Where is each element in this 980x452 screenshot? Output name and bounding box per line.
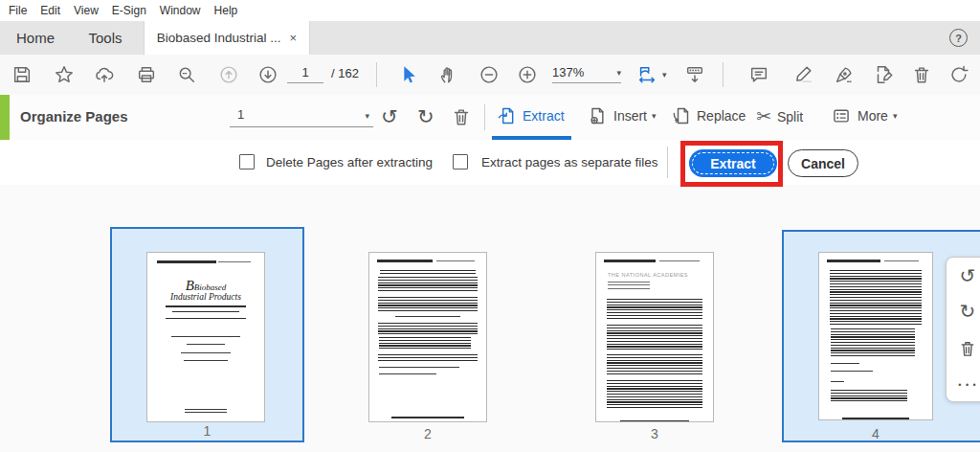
- save-icon[interactable]: [11, 63, 33, 86]
- page-controls-dock-icon[interactable]: [683, 63, 706, 86]
- rotate-left-icon[interactable]: ↺: [381, 106, 398, 126]
- extract-confirm-button[interactable]: Extract: [689, 149, 777, 177]
- replace-page-icon: [670, 105, 691, 126]
- page-thumbnail-4[interactable]: [818, 252, 933, 420]
- menu-file[interactable]: File: [9, 4, 27, 17]
- page-range-select[interactable]: 1 ▾: [230, 103, 373, 127]
- toolbar-separator: [723, 62, 724, 87]
- help-icon[interactable]: ?: [949, 29, 968, 47]
- separate-files-checkbox[interactable]: [453, 154, 468, 170]
- cancel-button[interactable]: Cancel: [788, 149, 858, 177]
- split-tool-button[interactable]: ✂ Split: [756, 105, 803, 127]
- delete-pages-icon[interactable]: [450, 105, 473, 128]
- chevron-down-icon[interactable]: ▾: [662, 70, 667, 79]
- menu-bar: File Edit View E-Sign Window Help: [0, 0, 980, 22]
- page-total-label: / 162: [331, 66, 359, 80]
- select-tool-icon[interactable]: [396, 63, 419, 86]
- organize-pages-toolbar: Organize Pages 1 ▾ ↺ ↻ Extract Insert ▾: [0, 95, 980, 141]
- comment-icon[interactable]: [747, 63, 770, 86]
- chevron-down-icon: ▾: [652, 111, 657, 121]
- page-number-label-1: 1: [110, 423, 304, 439]
- more-tool-label: More: [858, 108, 888, 124]
- zoom-level-select[interactable]: 137% ▾: [552, 65, 621, 83]
- zoom-out-icon[interactable]: [478, 63, 501, 86]
- organize-accent-bar: [0, 95, 10, 140]
- page-thumbnail-1[interactable]: BBiobased Industrial Products: [146, 252, 265, 422]
- search-icon[interactable]: [175, 63, 198, 86]
- insert-tool-button[interactable]: Insert ▾: [587, 105, 657, 126]
- insert-page-icon: [587, 105, 608, 126]
- menu-edit[interactable]: Edit: [40, 4, 60, 17]
- toolbar-separator: [484, 104, 485, 130]
- chevron-down-icon: ▾: [365, 111, 369, 121]
- extract-options-bar: Delete Pages after extracting Extract pa…: [0, 140, 980, 186]
- separate-files-checkbox-label: Extract pages as separate files: [481, 155, 658, 170]
- delete-pages-checkbox[interactable]: [239, 154, 255, 170]
- delete-icon[interactable]: [910, 63, 933, 86]
- more-options-icon[interactable]: • • •: [955, 373, 980, 397]
- print-icon[interactable]: [135, 63, 158, 86]
- page-thumbnail-2[interactable]: [368, 252, 487, 422]
- cloud-upload-icon[interactable]: [93, 63, 116, 86]
- more-list-icon: [831, 105, 852, 126]
- tab-bar: Home Tools Biobased Industrial ... × ?: [0, 21, 980, 55]
- extract-tool-button[interactable]: Extract: [496, 105, 565, 126]
- close-tab-icon[interactable]: ×: [290, 31, 298, 45]
- extract-tool-label: Extract: [523, 108, 565, 124]
- main-toolbar: 1 / 162 137% ▾ ▾: [0, 55, 980, 96]
- split-tool-label: Split: [777, 109, 803, 124]
- options-separator: [667, 147, 668, 178]
- tab-document-label: Biobased Industrial ...: [157, 31, 281, 45]
- page-number-label-3: 3: [595, 426, 714, 441]
- fill-sign-icon[interactable]: [833, 63, 856, 86]
- thumb1-title-initial: B: [186, 278, 194, 293]
- rotate-right-icon[interactable]: ↻: [955, 299, 980, 324]
- zoom-level-value: 137%: [552, 65, 584, 79]
- star-favorite-icon[interactable]: [53, 63, 76, 86]
- previous-page-icon[interactable]: [217, 63, 240, 86]
- toolbar-separator: [376, 62, 377, 87]
- tab-tools[interactable]: Tools: [71, 21, 140, 55]
- more-tool-button[interactable]: More ▾: [831, 105, 897, 126]
- page-thumbnail-3[interactable]: THE NATIONAL ACADEMIES: [595, 252, 714, 422]
- thumbnail-hover-toolbar: ↺ ↻ • • •: [946, 257, 980, 402]
- menu-window[interactable]: Window: [160, 4, 201, 17]
- page-number-label-4: 4: [818, 426, 933, 441]
- menu-help[interactable]: Help: [214, 4, 238, 17]
- highlighter-icon[interactable]: [791, 63, 814, 86]
- next-page-icon[interactable]: [256, 63, 279, 86]
- chevron-down-icon: ▾: [616, 68, 621, 78]
- acrobat-window: File Edit View E-Sign Window Help Home T…: [0, 0, 980, 452]
- menu-view[interactable]: View: [74, 4, 99, 17]
- scissors-icon: ✂: [756, 105, 771, 127]
- edit-page-icon[interactable]: [872, 63, 895, 86]
- page-number-label-2: 2: [368, 426, 487, 441]
- page-number-input[interactable]: 1: [287, 65, 323, 83]
- thumb1-title-line1: Biobased: [194, 282, 227, 292]
- replace-tool-label: Replace: [697, 108, 746, 124]
- page-thumbnail-grid: BBiobased Industrial Products 1: [0, 185, 980, 452]
- tab-home[interactable]: Home: [0, 21, 71, 55]
- zoom-in-icon[interactable]: [516, 63, 539, 86]
- chevron-down-icon: ▾: [893, 111, 898, 121]
- delete-pages-checkbox-label: Delete Pages after extracting: [266, 155, 433, 170]
- menu-esign[interactable]: E-Sign: [112, 4, 146, 17]
- rotate-icon[interactable]: [947, 63, 970, 86]
- thumb3-heading: THE NATIONAL ACADEMIES: [608, 272, 713, 278]
- insert-tool-label: Insert: [613, 108, 647, 124]
- rotate-left-icon[interactable]: ↺: [955, 263, 980, 288]
- replace-tool-button[interactable]: Replace: [670, 105, 746, 126]
- thumb1-title-line2: Industrial Products: [147, 293, 264, 303]
- extract-page-icon: [496, 105, 517, 126]
- hand-tool-icon[interactable]: [436, 63, 459, 86]
- organize-pages-title: Organize Pages: [20, 108, 128, 124]
- rotate-right-icon[interactable]: ↻: [417, 106, 434, 126]
- page-range-value: 1: [237, 107, 244, 122]
- tab-document[interactable]: Biobased Industrial ... ×: [144, 21, 310, 55]
- delete-page-icon[interactable]: [955, 336, 980, 361]
- fit-width-icon[interactable]: [635, 63, 658, 86]
